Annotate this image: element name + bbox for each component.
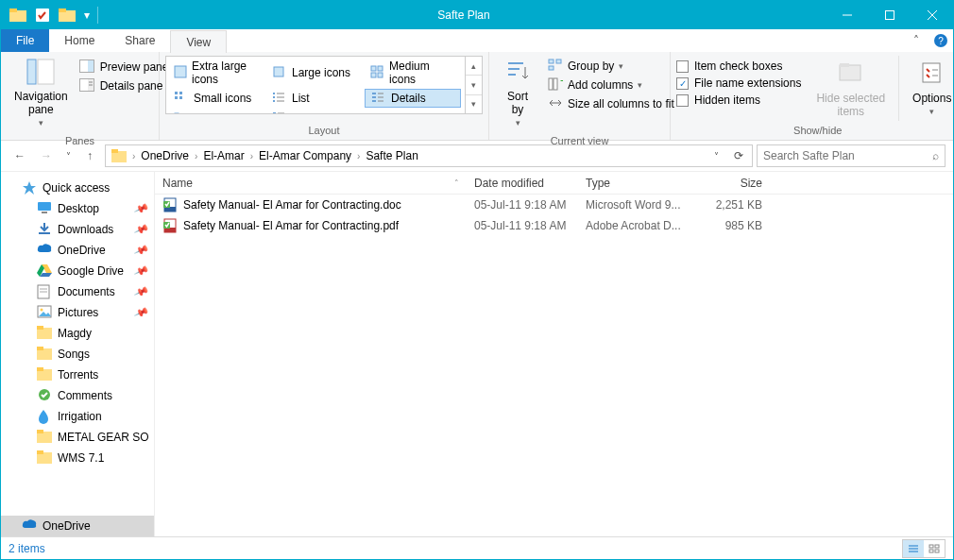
column-date[interactable]: Date modified	[467, 177, 578, 190]
address-bar[interactable]: › OneDrive › El-Amar › El-Amar Company ›…	[105, 144, 753, 167]
svg-rect-52	[556, 59, 561, 63]
file-name: Safety Manual- El Amar for Contracting.d…	[183, 198, 401, 212]
nav-item[interactable]: OneDrive📌	[1, 240, 154, 261]
nav-item[interactable]: Pictures📌	[1, 302, 154, 323]
chevron-right-icon[interactable]: ›	[248, 151, 255, 161]
nav-item[interactable]: Comments	[1, 385, 154, 406]
ribbon-collapse-button[interactable]: ˄	[904, 29, 928, 52]
qat-dropdown[interactable]: ▾	[80, 4, 94, 26]
svg-rect-75	[37, 347, 43, 350]
nav-item-label: METAL GEAR SOLID	[58, 431, 148, 444]
svg-rect-12	[88, 60, 94, 72]
minimize-button[interactable]	[826, 1, 868, 29]
size-all-columns-button[interactable]: Size all columns to fit	[546, 95, 676, 112]
column-size[interactable]: Size	[690, 177, 770, 190]
status-item-count: 2 items	[9, 542, 45, 555]
nav-item[interactable]: Irrigation	[1, 406, 154, 427]
file-size: 2,251 KB	[690, 198, 770, 212]
svg-rect-6	[885, 11, 894, 20]
preview-pane-button[interactable]: Preview pane	[79, 59, 169, 75]
maximize-button[interactable]	[868, 1, 911, 29]
nav-item-icon	[37, 450, 52, 466]
layout-medium[interactable]: Medium icons	[365, 59, 461, 87]
nav-onedrive-root[interactable]: OneDrive	[1, 516, 154, 536]
pin-icon: 📌	[133, 200, 150, 216]
details-pane-button[interactable]: Details pane	[79, 78, 169, 93]
layout-small[interactable]: Small icons	[168, 89, 264, 108]
item-checkboxes-toggle[interactable]: Item check boxes	[676, 59, 801, 73]
navigation-pane-button[interactable]: Navigation pane ▾	[7, 56, 76, 131]
search-box[interactable]: ⌕	[757, 144, 945, 167]
breadcrumb-item[interactable]: OneDrive	[137, 145, 193, 166]
nav-item[interactable]: Songs	[1, 344, 154, 365]
qat-properties[interactable]	[31, 4, 54, 26]
file-icon	[162, 197, 178, 212]
ribbon-group-currentview: Sort by ▾ Group by▾ +Add columns▾ Size a…	[489, 52, 671, 140]
layout-extra-large[interactable]: Extra large icons	[168, 59, 264, 87]
nav-item[interactable]: Magdy	[1, 323, 154, 344]
tab-file[interactable]: File	[1, 29, 49, 52]
layout-list[interactable]: List	[266, 89, 363, 108]
svg-rect-65	[42, 212, 47, 213]
svg-rect-23	[175, 92, 178, 94]
breadcrumb-item[interactable]: El-Amar	[199, 145, 247, 166]
layout-scroll-down[interactable]: ▾	[466, 76, 482, 94]
ribbon-group-panes: Navigation pane ▾ Preview pane Details p…	[1, 52, 160, 140]
breadcrumb-item[interactable]: El-Amar Company	[255, 145, 355, 166]
breadcrumb-item[interactable]: Safte Plan	[362, 145, 421, 166]
breadcrumb-root[interactable]	[108, 145, 130, 166]
refresh-button[interactable]: ⟳	[727, 145, 750, 166]
tab-view[interactable]: View	[170, 30, 227, 53]
svg-rect-57	[840, 65, 860, 80]
file-row[interactable]: Safety Manual- El Amar for Contracting.d…	[155, 195, 953, 215]
layout-tiles[interactable]: Tiles	[168, 110, 264, 114]
svg-rect-20	[378, 66, 383, 71]
layout-scroll-up[interactable]: ▴	[466, 57, 482, 76]
svg-rect-39	[175, 113, 179, 114]
hidden-items-toggle[interactable]: Hidden items	[676, 93, 801, 107]
chevron-right-icon[interactable]: ›	[130, 151, 137, 161]
layout-large[interactable]: Large icons	[266, 59, 363, 87]
hide-selected-label: Hide selected items	[816, 92, 885, 118]
add-columns-button[interactable]: +Add columns▾	[546, 76, 676, 93]
file-row[interactable]: Safety Manual- El Amar for Contracting.p…	[155, 215, 953, 236]
nav-item-label: Desktop	[58, 202, 129, 215]
up-button[interactable]: ↑	[78, 144, 101, 167]
back-button[interactable]: ←	[9, 144, 31, 167]
svg-rect-17	[175, 66, 186, 77]
hide-selected-button: Hide selected items	[809, 56, 893, 121]
nav-item[interactable]: Documents📌	[1, 281, 154, 302]
chevron-right-icon[interactable]: ›	[193, 151, 199, 161]
nav-item[interactable]: Downloads📌	[1, 219, 154, 240]
layout-details[interactable]: Details	[365, 89, 461, 108]
tab-home[interactable]: Home	[49, 29, 110, 52]
view-icons-toggle[interactable]	[924, 540, 945, 557]
options-button[interactable]: Options ▾	[905, 56, 954, 121]
nav-item[interactable]: METAL GEAR SOLID	[1, 427, 154, 448]
sort-by-button[interactable]: Sort by ▾	[495, 56, 540, 131]
address-dropdown[interactable]: ˅	[705, 145, 727, 166]
nav-item[interactable]: Google Drive📌	[1, 261, 154, 281]
nav-item[interactable]: Torrents	[1, 365, 154, 385]
nav-quick-access[interactable]: Quick access	[1, 178, 154, 198]
view-details-toggle[interactable]	[903, 540, 924, 557]
layout-content[interactable]: Content	[266, 110, 363, 114]
nav-item[interactable]: Desktop📌	[1, 198, 154, 219]
group-by-button[interactable]: Group by▾	[546, 58, 676, 75]
layout-expand[interactable]: ▾	[466, 95, 482, 113]
file-size: 985 KB	[690, 219, 770, 232]
column-name[interactable]: Name˄	[155, 177, 467, 190]
chevron-right-icon[interactable]: ›	[355, 151, 362, 161]
nav-item-icon	[37, 305, 52, 320]
recent-locations-button[interactable]: ˅	[61, 144, 75, 167]
file-extensions-toggle[interactable]: ✓File name extensions	[676, 76, 801, 90]
svg-rect-24	[179, 92, 182, 94]
tab-share[interactable]: Share	[110, 29, 170, 52]
file-date: 05-Jul-11 9:18 AM	[467, 198, 578, 212]
column-type[interactable]: Type	[578, 177, 690, 190]
nav-item[interactable]: WMS 7.1	[1, 448, 154, 468]
search-input[interactable]	[763, 149, 932, 162]
close-button[interactable]	[911, 1, 953, 29]
help-button[interactable]: ?	[928, 29, 953, 52]
svg-rect-95	[935, 550, 939, 552]
